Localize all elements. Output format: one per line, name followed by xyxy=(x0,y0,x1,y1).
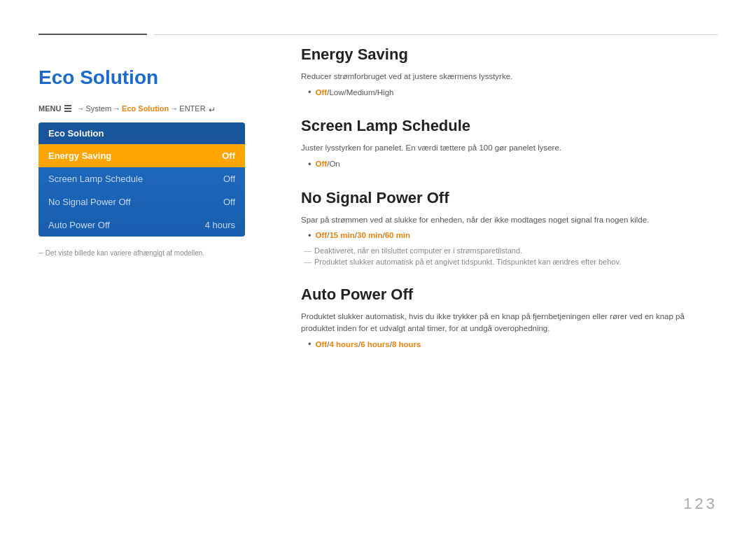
eco-solution-label: Eco Solution xyxy=(122,104,169,113)
enter-label: ENTER xyxy=(179,104,205,113)
section-energy-saving: Energy Saving Reducer strømforbruget ved… xyxy=(301,45,718,97)
line-short xyxy=(38,34,147,35)
opt-4h: 4 hours xyxy=(329,340,358,349)
enter-icon xyxy=(209,105,218,113)
opt-6h: 6 hours xyxy=(360,340,390,349)
menu-item-label: No Signal Power Off xyxy=(48,197,131,207)
note-2: Produktet slukker automatisk på et angiv… xyxy=(304,258,718,266)
menu-item-value: Off xyxy=(223,197,235,207)
section-desc-no-signal: Spar på strømmen ved at slukke for enhed… xyxy=(301,214,718,226)
menu-item-value: Off xyxy=(222,150,235,161)
opt-15min: 15 min xyxy=(329,231,354,239)
section-options-screen-lamp: Off / On xyxy=(308,159,718,169)
opt-off: Off xyxy=(316,160,328,168)
opt-medium: Medium xyxy=(346,88,375,97)
section-desc-screen-lamp: Juster lysstyrken for panelet. En værdi … xyxy=(301,142,718,154)
opt-30min: 30 min xyxy=(357,231,382,239)
right-column: Energy Saving Reducer strømforbruget ved… xyxy=(301,45,718,369)
menu-icon xyxy=(62,104,74,113)
menu-item-value: Off xyxy=(223,174,235,184)
menu-item-auto-power[interactable]: Auto Power Off 4 hours xyxy=(38,213,245,237)
opt-off: Off xyxy=(316,340,328,349)
page-title: Eco Solution xyxy=(38,66,255,89)
menu-item-label: Auto Power Off xyxy=(48,220,110,230)
system-label: System xyxy=(85,104,111,113)
opt-on: On xyxy=(329,160,340,168)
note-1: Deaktiveret, når en tilsluttet computer … xyxy=(304,246,718,255)
left-column: Eco Solution MENU → System → Eco Solutio… xyxy=(38,45,255,257)
opt-high: High xyxy=(377,88,394,97)
section-desc-energy-saving: Reducer strømforbruget ved at justere sk… xyxy=(301,71,718,83)
section-title-screen-lamp: Screen Lamp Schedule xyxy=(301,117,718,135)
line-long xyxy=(154,34,718,35)
arrow3: → xyxy=(170,104,178,113)
section-desc-auto-power: Produktet slukker automatisk, hvis du ik… xyxy=(301,311,718,335)
menu-item-energy-saving[interactable]: Energy Saving Off xyxy=(38,144,245,167)
opt-off: Off xyxy=(316,88,328,97)
opt-off: Off xyxy=(316,231,328,239)
arrow1: → xyxy=(76,104,84,113)
section-title-energy-saving: Energy Saving xyxy=(301,45,718,64)
section-screen-lamp: Screen Lamp Schedule Juster lysstyrken f… xyxy=(301,117,718,169)
opt-8h: 8 hours xyxy=(392,340,421,349)
section-no-signal: No Signal Power Off Spar på strømmen ved… xyxy=(301,189,718,266)
section-auto-power: Auto Power Off Produktet slukker automat… xyxy=(301,286,718,350)
section-options-auto-power: Off / 4 hours / 6 hours / 8 hours xyxy=(308,339,718,349)
eco-solution-panel: Eco Solution Energy Saving Off Screen La… xyxy=(38,122,245,237)
menu-breadcrumb: MENU → System → Eco Solution → ENTER xyxy=(38,104,255,113)
section-options-no-signal: Off / 15 min / 30 min / 60 min xyxy=(308,230,718,241)
menu-item-label: Screen Lamp Schedule xyxy=(48,174,143,184)
section-options-energy-saving: Off / Low / Medium / High xyxy=(308,87,718,97)
menu-item-label: Energy Saving xyxy=(48,150,111,161)
page-number: 123 xyxy=(683,495,718,513)
arrow2: → xyxy=(113,104,120,113)
menu-item-screen-lamp[interactable]: Screen Lamp Schedule Off xyxy=(38,167,245,190)
opt-60min: 60 min xyxy=(385,231,410,239)
eco-panel-header: Eco Solution xyxy=(38,122,245,144)
menu-label: MENU xyxy=(38,104,61,113)
section-title-auto-power: Auto Power Off xyxy=(301,286,718,304)
opt-low: Low xyxy=(329,88,344,97)
section-title-no-signal: No Signal Power Off xyxy=(301,189,718,207)
footnote: ─ Det viste billede kan variere afhængig… xyxy=(38,249,255,257)
menu-item-no-signal[interactable]: No Signal Power Off Off xyxy=(38,190,245,213)
menu-item-value: 4 hours xyxy=(205,220,235,230)
top-decorative-lines xyxy=(38,34,718,35)
